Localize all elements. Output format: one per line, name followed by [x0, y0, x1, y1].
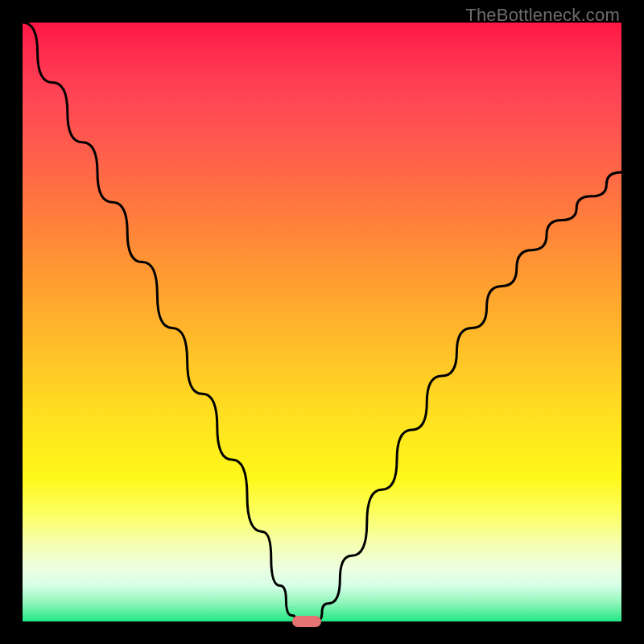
bottleneck-curve: [23, 23, 621, 621]
curve-left-branch: [23, 23, 298, 621]
plot-area: [23, 23, 621, 621]
chart-container: TheBottleneck.com: [0, 0, 644, 644]
minimum-marker: [292, 616, 321, 627]
curve-right-branch: [316, 172, 621, 621]
